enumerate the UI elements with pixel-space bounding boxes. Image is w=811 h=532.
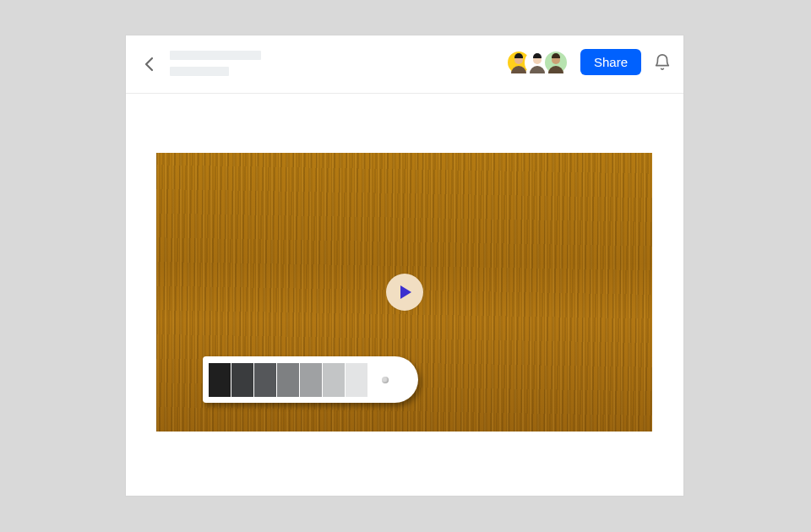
swatch	[323, 363, 345, 397]
video-preview[interactable]	[156, 153, 652, 432]
swatch	[209, 363, 231, 397]
title-line-1	[170, 51, 261, 60]
swatch-card-hole	[382, 377, 389, 383]
content-area	[126, 94, 683, 497]
avatar[interactable]	[543, 50, 569, 75]
back-button[interactable]	[139, 54, 160, 74]
collaborator-avatars[interactable]	[506, 50, 569, 75]
swatch-card	[203, 356, 418, 403]
swatch	[231, 363, 253, 397]
notifications-button[interactable]	[653, 53, 672, 72]
swatch	[254, 363, 276, 397]
header-actions: Share	[506, 49, 672, 75]
chevron-left-icon	[139, 54, 160, 74]
share-button[interactable]: Share	[580, 49, 641, 75]
title-placeholder	[170, 51, 261, 76]
title-line-2	[170, 67, 229, 76]
swatch	[300, 363, 322, 397]
header-bar: Share	[126, 35, 683, 94]
play-icon	[400, 285, 411, 299]
app-window: Share	[126, 35, 683, 496]
swatch	[346, 363, 367, 397]
play-button[interactable]	[386, 274, 423, 311]
bell-icon	[653, 53, 672, 72]
swatch	[277, 363, 299, 397]
